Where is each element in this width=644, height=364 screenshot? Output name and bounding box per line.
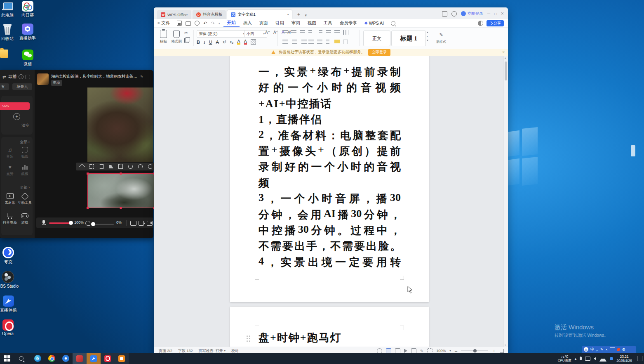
highlight-color-button[interactable]: A <box>237 39 240 45</box>
document-scrollbar[interactable]: ▴ ▾ <box>503 56 508 347</box>
flip-icon[interactable] <box>109 165 113 168</box>
tray-expand-caret[interactable]: ▴ <box>575 357 577 361</box>
tool-sticker[interactable]: 贴纸 <box>18 146 32 159</box>
tab-document-active[interactable]: 文 文字文稿1 • <box>227 10 292 19</box>
popout-icon[interactable] <box>26 75 30 79</box>
tool-game[interactable]: 游戏 <box>18 212 32 225</box>
style-body[interactable]: 正文 <box>363 31 390 46</box>
desktop-icon-wechat[interactable]: 微信 <box>16 50 40 67</box>
zoom-slider[interactable] <box>461 350 488 351</box>
maximize-button[interactable]: □ <box>494 12 497 16</box>
italic-button[interactable]: I <box>204 40 205 45</box>
ime-punctuation-icon[interactable]: ,. <box>596 347 598 352</box>
taskbar-orange-app-icon[interactable] <box>115 353 129 364</box>
rotate-icon[interactable] <box>99 164 104 169</box>
increase-font-icon[interactable]: A⁺ <box>265 30 270 35</box>
tab-list-caret[interactable]: ▾ <box>305 13 307 19</box>
strikethrough-button[interactable]: A <box>216 40 219 45</box>
menu-insert[interactable]: 插入 <box>240 19 256 27</box>
tray-bluetooth-icon[interactable] <box>610 357 613 360</box>
more-caret[interactable]: ▾ <box>219 21 220 25</box>
desktop-icon-live-companion[interactable]: 直播伴侣 <box>0 295 20 313</box>
border-icon[interactable] <box>342 39 349 45</box>
scrollbar-thumb[interactable] <box>505 61 507 80</box>
document-page-2[interactable]: 盘+时钟+跑马灯 <box>230 307 429 347</box>
desktop-icon-quark[interactable]: 夸克 <box>0 247 20 265</box>
document-canvas[interactable]: 一，实景+绿布+提前录制 好的一个小时的音视频 +AI+中控插话 1，直播伴侣 … <box>154 56 508 347</box>
tools-more-bottom[interactable]: 全部 › <box>20 185 30 190</box>
document-page-1[interactable]: 一，实景+绿布+提前录制 好的一个小时的音视频 +AI+中控插话 1，直播伴侣 … <box>230 56 429 302</box>
desktop-icon-live-assistant[interactable]: 直播助手 <box>16 24 40 41</box>
redo-icon[interactable]: ↷ <box>211 21 214 26</box>
tool-like[interactable]: ♥ 点赞 <box>3 163 17 177</box>
taskbar-chrome-icon[interactable] <box>45 353 59 364</box>
tool-interactive[interactable]: 互动工具 <box>18 192 32 206</box>
ime-close-icon[interactable]: × <box>606 347 608 352</box>
underline-button[interactable]: U <box>209 40 212 45</box>
new-tab-button[interactable]: ＋ <box>294 11 303 19</box>
shading-button[interactable] <box>251 39 256 45</box>
globe-icon[interactable] <box>451 11 457 17</box>
minimize-button[interactable]: – <box>487 12 490 16</box>
notification-center-icon[interactable] <box>637 356 642 361</box>
zoom-slider-knob[interactable] <box>473 349 477 352</box>
align-right-icon[interactable] <box>299 39 306 45</box>
menu-reference[interactable]: 引用 <box>272 19 288 27</box>
paragraph-drag-handle[interactable] <box>247 336 251 342</box>
layer-up-icon[interactable] <box>128 164 133 169</box>
monitor-audio-icon[interactable] <box>85 221 90 226</box>
edit-title-icon[interactable]: ✎ <box>140 75 143 79</box>
undo-icon[interactable]: ↶ <box>203 21 207 26</box>
tray-speaker-icon[interactable] <box>594 357 596 360</box>
format-painter-button[interactable]: 格式刷 <box>170 30 183 44</box>
live-record-badge[interactable]: 926 <box>0 102 30 110</box>
menu-wps-ai[interactable]: WPS AI <box>361 19 388 27</box>
login-entry[interactable]: 立即登录 <box>461 11 483 17</box>
fullscreen-icon[interactable] <box>89 164 94 169</box>
monitor-volume-slider[interactable] <box>93 224 114 225</box>
zoom-caret[interactable]: ▾ <box>449 349 451 352</box>
tray-network-icon[interactable] <box>599 356 606 362</box>
show-marks-icon[interactable] <box>334 29 341 35</box>
ime-keyboard-icon[interactable] <box>610 347 615 351</box>
style-gallery-arrows[interactable]: ▴•▾ <box>427 31 428 42</box>
bullets-icon[interactable] <box>282 29 289 35</box>
tab-document-2[interactable]: D 抖音克模板 <box>193 10 226 19</box>
taskbar-browser360-icon[interactable] <box>59 353 73 364</box>
expand-icon[interactable] <box>79 163 85 169</box>
distribute-icon[interactable] <box>316 39 323 45</box>
menu-review[interactable]: 审阅 <box>288 19 304 27</box>
menu-home[interactable]: 开始 <box>223 19 240 27</box>
desktop-icon-folder[interactable] <box>0 50 8 59</box>
ime-logo-icon[interactable]: 王 <box>584 347 588 352</box>
file-menu[interactable]: ≡文件 <box>154 19 174 27</box>
clear-button[interactable]: 清空 <box>21 123 29 128</box>
search-icon[interactable] <box>391 21 395 26</box>
fullscreen-toggle-icon[interactable] <box>500 349 504 353</box>
taskbar-live-companion-icon[interactable] <box>87 353 101 364</box>
copy-icon[interactable] <box>184 38 189 43</box>
multilevel-list-icon[interactable] <box>299 29 306 35</box>
cut-icon[interactable]: ✂ <box>184 31 189 35</box>
notice-close-icon[interactable]: × <box>502 50 505 54</box>
ime-settings-icon[interactable]: ⚙ <box>622 347 625 352</box>
layer-down-icon[interactable] <box>138 164 143 169</box>
mic-icon[interactable] <box>42 220 45 226</box>
reset-icon[interactable] <box>148 164 153 169</box>
new-style-button[interactable]: ✎ 新样式 <box>434 31 448 44</box>
numbering-icon[interactable] <box>290 29 297 35</box>
cpu-temp-widget[interactable]: 71℃ CPU温度 <box>558 355 571 362</box>
font-size-select[interactable]: 小四▾ <box>244 30 267 38</box>
fill-color-icon[interactable] <box>334 39 341 45</box>
superscript-button[interactable]: x² <box>223 40 226 44</box>
taskbar-red-app-icon[interactable] <box>73 353 87 364</box>
line-spacing-icon[interactable] <box>325 39 332 45</box>
desktop-icon-obs[interactable]: OBS Studio <box>0 271 20 288</box>
font-name-select[interactable]: 宋体 (正文)▾ <box>197 30 247 38</box>
edit-status-icon[interactable]: ✎ <box>420 349 423 353</box>
desktop-icon-opera[interactable]: Opera <box>0 319 20 336</box>
tool-music[interactable]: ♫ 音乐 <box>3 146 17 159</box>
tray-display-icon[interactable] <box>585 357 590 361</box>
spellcheck-caret[interactable]: ▾ <box>224 349 226 352</box>
ime-skin-icon[interactable] <box>617 348 620 351</box>
